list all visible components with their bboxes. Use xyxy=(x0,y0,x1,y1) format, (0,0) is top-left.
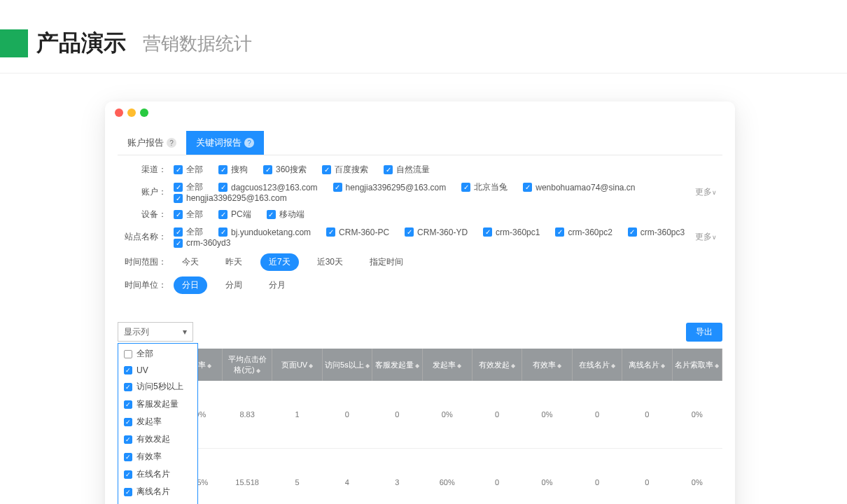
time-option[interactable]: 近7天 xyxy=(260,253,299,271)
column-header-label: 离线名片 xyxy=(629,360,659,369)
report-tabs: 账户报告 ? 关键词报告 ? xyxy=(118,131,722,155)
filter-option[interactable]: ✓PC端 xyxy=(218,209,251,220)
checkbox-icon: ✓ xyxy=(483,227,492,237)
dropdown-item[interactable]: ✓名片索取率 xyxy=(118,500,197,504)
checkbox-icon: ✓ xyxy=(333,183,342,192)
help-icon[interactable]: ? xyxy=(244,138,254,148)
filter-option-label: CRM-360-YD xyxy=(417,227,468,237)
filter-option[interactable]: ✓bj.yunduoketang.com xyxy=(218,226,311,238)
time-option[interactable]: 近30天 xyxy=(309,253,351,271)
caret-down-icon: ▾ xyxy=(183,327,187,337)
checkbox-icon: ✓ xyxy=(218,227,227,237)
sort-icon[interactable]: ◆ xyxy=(661,363,665,369)
filter-option[interactable]: ✓移动端 xyxy=(267,209,304,220)
dropdown-item[interactable]: ✓发起率 xyxy=(118,413,197,430)
dropdown-item[interactable]: ✓有效发起 xyxy=(118,430,197,448)
column-header[interactable]: 有效率◆ xyxy=(522,349,572,381)
checkbox-icon: ✓ xyxy=(326,227,335,237)
column-header[interactable]: 有效发起◆ xyxy=(472,349,522,381)
checkbox-icon: ✓ xyxy=(174,194,183,203)
filter-option-label: CRM-360-PC xyxy=(339,227,389,237)
minimize-icon[interactable] xyxy=(127,108,136,117)
filter-option-label: dagcuos123@163.com xyxy=(231,183,318,192)
column-header[interactable]: 访问5s以上◆ xyxy=(322,349,372,381)
export-button[interactable]: 导出 xyxy=(686,323,722,342)
checkbox-icon: ✓ xyxy=(124,488,132,496)
sort-icon[interactable]: ◆ xyxy=(715,363,719,369)
filter-option[interactable]: ✓360搜索 xyxy=(263,164,307,176)
filter-option[interactable]: ✓搜狗 xyxy=(218,164,248,176)
sort-icon[interactable]: ◆ xyxy=(611,363,615,369)
sort-icon[interactable]: ◆ xyxy=(557,363,561,369)
dropdown-item[interactable]: ✓有效率 xyxy=(118,448,197,465)
filter-option[interactable]: ✓CRM-360-PC xyxy=(326,226,389,238)
checkbox-icon: ✓ xyxy=(263,165,272,174)
filter-option[interactable]: ✓北京当兔 xyxy=(461,181,507,193)
checkbox-icon: ✓ xyxy=(124,435,132,444)
close-icon[interactable] xyxy=(115,108,123,117)
filter-option[interactable]: ✓crm-360pc3 xyxy=(628,226,685,238)
filter-option-label: wenbohuamao74@sina.cn xyxy=(536,183,635,192)
column-header[interactable]: 名片索取率◆ xyxy=(672,349,722,381)
sort-icon[interactable]: ◆ xyxy=(365,363,370,369)
dropdown-item[interactable]: 全部 xyxy=(118,345,197,363)
dropdown-item[interactable]: ✓在线名片 xyxy=(118,465,197,483)
columns-dropdown[interactable]: 显示列 ▾ xyxy=(118,322,193,342)
dropdown-item[interactable]: ✓离线名片 xyxy=(118,483,197,500)
table-cell: 5 xyxy=(272,449,322,505)
brand-block xyxy=(0,29,28,57)
page-header: 产品演示 营销数据统计 xyxy=(0,0,847,74)
filter-option[interactable]: ✓crm-360yd3 xyxy=(174,238,230,248)
column-header[interactable]: 发起率◆ xyxy=(422,349,472,381)
filter-option[interactable]: ✓百度搜索 xyxy=(322,164,368,176)
filter-option-label: 全部 xyxy=(186,164,203,176)
chevron-down-icon: ∨ xyxy=(712,189,717,196)
column-header[interactable]: 页面UV◆ xyxy=(272,349,322,381)
help-icon[interactable]: ? xyxy=(167,138,176,148)
column-header-label: 发起率 xyxy=(433,360,456,369)
column-header[interactable]: 在线名片◆ xyxy=(572,349,622,381)
column-header-label: 名片索取率 xyxy=(675,360,713,369)
sort-icon[interactable]: ◆ xyxy=(256,368,260,374)
checkbox-icon: ✓ xyxy=(124,453,132,461)
table-cell: 3 xyxy=(372,449,422,505)
sort-icon[interactable]: ◆ xyxy=(511,363,515,369)
column-header[interactable]: 客服发起量◆ xyxy=(372,349,422,381)
app-window: 账户报告 ? 关键词报告 ? 渠道：✓全部✓搜狗✓360搜索✓百度搜索✓自然流量… xyxy=(105,102,735,504)
filter-option[interactable]: ✓dagcuos123@163.com xyxy=(218,181,318,193)
dropdown-item[interactable]: ✓客服发起量 xyxy=(118,396,197,413)
sort-icon[interactable]: ◆ xyxy=(415,363,419,369)
time-option[interactable]: 指定时间 xyxy=(361,253,412,271)
filter-option[interactable]: ✓hengjia3396295@163.com xyxy=(333,181,447,193)
filter-option[interactable]: ✓全部 xyxy=(174,226,203,238)
page-title: 产品演示 xyxy=(36,28,126,59)
sort-icon[interactable]: ◆ xyxy=(457,363,461,369)
filter-option[interactable]: ✓CRM-360-YD xyxy=(405,226,468,238)
more-link[interactable]: 更多 ∨ xyxy=(695,186,717,198)
time-option[interactable]: 昨天 xyxy=(217,253,251,271)
filter-option[interactable]: ✓hengjia3396295@163.com xyxy=(174,193,287,203)
time-option[interactable]: 分月 xyxy=(260,276,294,294)
tab-account-report[interactable]: 账户报告 ? xyxy=(118,131,186,155)
maximize-icon[interactable] xyxy=(140,108,148,117)
more-link[interactable]: 更多 ∨ xyxy=(695,231,717,243)
filter-option[interactable]: ✓全部 xyxy=(174,209,203,220)
column-header[interactable]: 平均点击价格(元)◆ xyxy=(222,349,272,381)
sort-icon[interactable]: ◆ xyxy=(309,363,313,369)
dropdown-item[interactable]: ✓UV xyxy=(118,363,197,378)
filter-option[interactable]: ✓全部 xyxy=(174,181,203,193)
filter-option[interactable]: ✓全部 xyxy=(174,164,203,176)
time-option[interactable]: 分日 xyxy=(174,276,207,294)
filter-option[interactable]: ✓自然流量 xyxy=(384,164,430,176)
time-option[interactable]: 今天 xyxy=(174,253,207,271)
filter-option[interactable]: ✓wenbohuamao74@sina.cn xyxy=(523,181,635,193)
sort-icon[interactable]: ◆ xyxy=(207,363,211,369)
tab-keyword-report[interactable]: 关键词报告 ? xyxy=(186,131,264,155)
filter-option[interactable]: ✓crm-360pc1 xyxy=(483,226,540,238)
dropdown-item[interactable]: ✓访问5秒以上 xyxy=(118,378,197,396)
dropdown-label: 显示列 xyxy=(124,326,149,338)
filter-option[interactable]: ✓crm-360pc2 xyxy=(555,226,612,238)
time-option[interactable]: 分周 xyxy=(217,276,251,294)
column-header[interactable]: 离线名片◆ xyxy=(622,349,672,381)
filter-option-label: crm-360pc1 xyxy=(496,227,540,237)
